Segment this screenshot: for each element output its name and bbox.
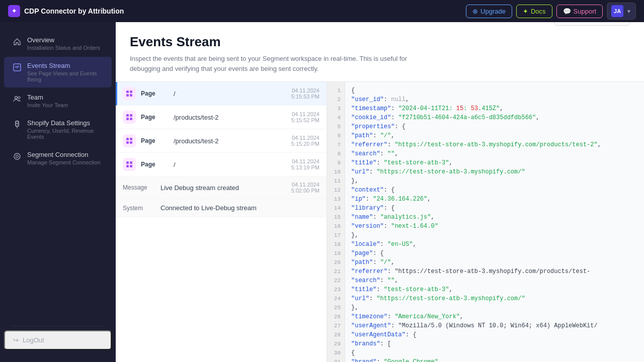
sidebar-item-team[interactable]: TeamInvite Your Team (4, 88, 112, 113)
json-content: 1234567891011121314151617181920212223242… (327, 82, 644, 362)
line-number: 1 (327, 86, 345, 95)
system-event-row: SystemConnected to Live-Debug stream (116, 199, 327, 217)
json-line: "timestamp": "2024-04-11T21: 15: 53.415Z… (351, 104, 638, 113)
json-line: "locale": "en-US", (351, 240, 638, 249)
event-date: 04.11.2024 (291, 135, 319, 141)
line-number: 12 (327, 186, 345, 195)
event-date: 04.11.2024 (291, 87, 319, 94)
user-menu-button[interactable]: JA ▼ (607, 3, 636, 20)
support-icon: 💬 (563, 8, 571, 15)
main-content: Stop Live-Stream Events Stream Inspect t… (116, 22, 644, 362)
sidebar-item-label: Shopify Data Settings (27, 119, 104, 127)
line-number: 24 (327, 294, 345, 303)
json-line: { (351, 86, 638, 95)
json-lines: {"user_id": null,"timestamp": "2024-04-1… (345, 82, 644, 362)
json-line: "title": "test-store-atb-3", (351, 158, 638, 167)
sidebar-footer: ↪ LogOut (0, 322, 116, 354)
avatar: JA (611, 5, 623, 17)
brand-icon: ✦ (8, 5, 20, 17)
line-number: 25 (327, 303, 345, 312)
home-icon (12, 37, 22, 47)
event-row[interactable]: Page/04.11.20245:15:53 PM (116, 82, 327, 106)
svg-point-2 (18, 97, 20, 99)
page-title: Events Stream (130, 34, 630, 50)
segment-icon (12, 151, 22, 161)
json-line: "path": "/", (351, 258, 638, 267)
event-time-value: 5:15:53 PM (291, 94, 319, 100)
sidebar-item-sublabel: Manage Segment Connection (27, 159, 101, 165)
json-line: { (351, 348, 638, 357)
line-number: 9 (327, 158, 345, 167)
event-row[interactable]: Page/products/test-204.11.20245:15:52 PM (116, 106, 327, 129)
sidebar-item-sublabel: Currency, UserId, Revenue Events (27, 128, 104, 140)
stop-livestream-button[interactable]: Stop Live-Stream (554, 22, 630, 26)
docs-icon: ✦ (523, 8, 528, 15)
line-number: 15 (327, 213, 345, 222)
system-event-type: Message (123, 184, 155, 191)
json-viewer[interactable]: 1234567891011121314151617181920212223242… (327, 82, 644, 362)
line-number: 13 (327, 195, 345, 204)
line-number: 29 (327, 339, 345, 348)
sidebar-item-segment-connection[interactable]: Segment ConnectionManage Segment Connect… (4, 146, 112, 170)
event-row[interactable]: Page/04.11.20245:13:19 PM (116, 153, 327, 176)
page-description: Inspect the events that are being sent t… (130, 54, 412, 73)
brand: ✦ CDP Connector by Attribution (8, 5, 124, 17)
system-event-message: Connected to Live-Debug stream (160, 204, 314, 212)
json-line: "name": "analytics.js", (351, 213, 638, 222)
docs-button[interactable]: ✦ Docs (516, 5, 552, 18)
json-line: "title": "test-store-atb-3", (351, 285, 638, 294)
lock-icon (12, 120, 22, 130)
line-number: 19 (327, 249, 345, 258)
line-number: 21 (327, 267, 345, 276)
event-date: 04.11.2024 (291, 111, 319, 117)
svg-point-7 (16, 155, 19, 158)
line-number: 16 (327, 222, 345, 231)
svg-point-1 (15, 97, 18, 99)
json-line: "brand": "Google Chrome", (351, 357, 638, 362)
line-number: 18 (327, 240, 345, 249)
logout-button[interactable]: ↪ LogOut (4, 330, 112, 350)
json-line: "library": { (351, 204, 638, 213)
page-event-icon (123, 87, 136, 100)
events-list: Page/04.11.20245:15:53 PMPage/products/t… (116, 82, 327, 362)
line-numbers: 1234567891011121314151617181920212223242… (327, 82, 345, 362)
line-number: 31 (327, 357, 345, 362)
line-number: 23 (327, 285, 345, 294)
svg-point-6 (14, 153, 20, 159)
sidebar-item-events-stream[interactable]: Events StreamSee Page Views and Events B… (4, 57, 112, 87)
system-event-row: MessageLive Debug stream created04.11.20… (116, 176, 327, 199)
sidebar-item-shopify-data-settings[interactable]: Shopify Data SettingsCurrency, UserId, R… (4, 114, 112, 145)
event-time-value: 5:15:20 PM (291, 141, 319, 147)
event-time: 04.11.20245:15:20 PM (291, 135, 319, 147)
json-line: "context": { (351, 186, 638, 195)
json-line: "path": "/", (351, 131, 638, 140)
sidebar-item-label: Team (27, 94, 68, 101)
system-event-message: Live Debug stream created (160, 184, 286, 192)
json-line: "referrer": "https://test-store-atb-3.my… (351, 267, 638, 276)
upgrade-button[interactable]: ⊕ Upgrade (466, 5, 512, 18)
json-line: "brands": [ (351, 339, 638, 348)
json-line: "page": { (351, 249, 638, 258)
chevron-down-icon: ▼ (626, 9, 631, 14)
event-time: 04.11.20245:15:53 PM (291, 87, 319, 100)
line-number: 14 (327, 204, 345, 213)
sidebar-item-overview[interactable]: OverviewInstallation Status and Orders (4, 31, 112, 56)
line-number: 17 (327, 231, 345, 240)
system-event-time: 04.11.20245:02:00 PM (291, 182, 319, 194)
sidebar-item-sublabel: Installation Status and Orders (27, 45, 100, 51)
system-event-date: 04.11.2024 (291, 182, 319, 188)
event-type-label: Page (141, 114, 169, 121)
system-event-type: System (123, 205, 155, 212)
event-row[interactable]: Page/products/test-204.11.20245:15:20 PM (116, 129, 327, 153)
json-line: "userAgentData": { (351, 330, 638, 339)
support-button[interactable]: 💬 Support (556, 5, 603, 18)
brand-label: CDP Connector by Attribution (24, 7, 124, 15)
event-time: 04.11.20245:15:52 PM (291, 111, 319, 123)
line-number: 27 (327, 321, 345, 330)
event-time-value: 5:13:19 PM (291, 164, 319, 170)
page-event-icon (123, 134, 136, 147)
line-number: 26 (327, 312, 345, 321)
json-line: "referrer": "https://test-store-atb-3.my… (351, 140, 638, 149)
svg-point-5 (17, 123, 18, 124)
line-number: 22 (327, 276, 345, 285)
